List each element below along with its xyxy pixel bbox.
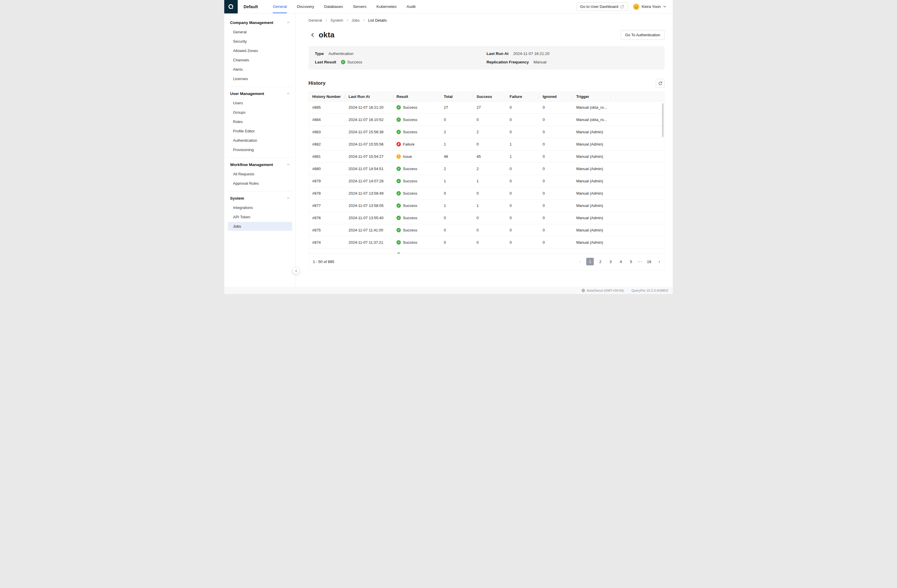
table-row[interactable]: #8742024-11-07 11:37:21✓Success0000Manua… <box>309 237 664 249</box>
breadcrumb-item-jobs[interactable]: Jobs <box>352 18 360 23</box>
column-header-total: Total <box>440 92 473 101</box>
sidebar-item-api-token[interactable]: API Token <box>228 212 292 221</box>
trigger-cell: Manual (Admin) <box>573 237 611 249</box>
sidebar-item-users[interactable]: Users <box>228 98 292 108</box>
sidebar-item-roles[interactable]: Roles <box>228 117 292 126</box>
info-field-label: Replication Frequency <box>487 60 529 64</box>
tab-servers[interactable]: Servers <box>353 0 367 13</box>
tab-kubernetes[interactable]: Kubernetes <box>377 0 397 13</box>
table-row[interactable]: #8732024-11-07 11:15:10✓Success0000Manua… <box>309 249 664 254</box>
table-row[interactable]: #8792024-11-07 14:07:28✓Success1100Manua… <box>309 175 664 187</box>
sidebar-item-licenses[interactable]: Licenses <box>228 74 292 83</box>
app-version: QueryPie 10.2.0-5098f1f <box>632 289 668 292</box>
sidebar-section-header-workflow-management[interactable]: Workflow Management <box>228 160 292 169</box>
sidebar-section-header-system[interactable]: System <box>228 194 292 203</box>
sidebar-item-provisioning[interactable]: Provisioning <box>228 145 292 154</box>
result-value: ✓Success <box>396 118 437 122</box>
page-button-3[interactable]: 3 <box>607 258 614 265</box>
info-field-last-run-at: Last Run At2024-11-07 16:21:20 <box>487 52 658 56</box>
column-header-ignored: Ignored <box>539 92 573 101</box>
info-field-last-result: Last Result✓Success <box>315 60 487 64</box>
page-button-1[interactable]: 1 <box>586 258 594 265</box>
table-row[interactable]: #8822024-11-07 15:55:56✗Failure1010Manua… <box>309 138 664 151</box>
history-number-cell: #878 <box>309 187 345 200</box>
table-row[interactable]: #8842024-11-07 16:10:52✓Success0000Manua… <box>309 114 664 126</box>
ignored-cell: 0 <box>539 237 573 249</box>
failure-cell: 1 <box>506 138 539 151</box>
page-button-5[interactable]: 5 <box>627 258 635 265</box>
result-value: ✓Success <box>396 179 437 183</box>
prev-page-button[interactable]: ‹ <box>576 258 583 265</box>
pagination-pages: ‹12345•••18› <box>576 258 663 265</box>
chevron-up-icon <box>287 162 290 167</box>
sidebar-item-authentication[interactable]: Authentication <box>228 136 292 145</box>
last-run-at-cell: 2024-11-07 11:15:10 <box>345 249 393 254</box>
title-row: okta Go To Authentication <box>308 30 664 40</box>
tab-discovery[interactable]: Discovery <box>297 0 314 13</box>
sidebar-item-approval-rules[interactable]: Approval Rules <box>228 179 292 188</box>
result-cell: ✓Success <box>393 163 440 175</box>
table-row[interactable]: #8812024-11-07 15:54:27!Issue464510Manua… <box>309 151 664 163</box>
next-page-button[interactable]: › <box>655 258 663 265</box>
result-cell: ✓Success <box>393 237 440 249</box>
user-menu[interactable]: Keira Yoon <box>633 3 666 10</box>
main-layout: Company ManagementGeneralSecurityAllowed… <box>224 14 673 287</box>
failure-cell: 0 <box>506 249 539 254</box>
sidebar-section-header-company-management[interactable]: Company Management <box>228 18 292 27</box>
ignored-cell: 0 <box>539 114 573 126</box>
table-scrollbar[interactable] <box>662 103 664 137</box>
sidebar-item-jobs[interactable]: Jobs <box>228 222 292 231</box>
status-issue-icon: ! <box>396 154 401 159</box>
total-cell: 27 <box>440 101 473 114</box>
sidebar-item-channels[interactable]: Channels <box>228 55 292 64</box>
sidebar-collapse-button[interactable] <box>292 267 300 275</box>
result-value: ✓Success <box>396 240 437 244</box>
sidebar-item-alerts[interactable]: Alerts <box>228 65 292 74</box>
tab-databases[interactable]: Databases <box>324 0 343 13</box>
breadcrumb-item-system[interactable]: System <box>331 18 343 23</box>
querypie-logo[interactable] <box>224 0 238 14</box>
tab-audit[interactable]: Audit <box>407 0 416 13</box>
column-header-success: Success <box>473 92 506 101</box>
page-button-2[interactable]: 2 <box>597 258 604 265</box>
history-number-cell: #881 <box>309 151 345 163</box>
go-to-authentication-button[interactable]: Go To Authentication <box>621 30 664 40</box>
breadcrumb-item-general[interactable]: General <box>308 18 322 23</box>
history-number-cell: #877 <box>309 200 345 212</box>
page-button-18[interactable]: 18 <box>645 258 653 265</box>
table-row[interactable]: #8852024-11-07 16:21:20✓Success272700Man… <box>309 101 664 114</box>
sidebar-item-all-requests[interactable]: All Requests <box>228 170 292 179</box>
back-button[interactable] <box>308 31 317 39</box>
result-value: ✓Success <box>396 166 437 171</box>
failure-cell: 0 <box>506 101 539 114</box>
user-dashboard-button[interactable]: Go to User Dashboard <box>577 2 628 11</box>
sidebar-item-integrations[interactable]: Integrations <box>228 203 292 212</box>
trigger-cell: Manual (Admin) <box>573 249 611 254</box>
sidebar-section-header-user-management[interactable]: User Management <box>228 89 292 98</box>
table-row[interactable]: #8782024-11-07 13:58:49✓Success0000Manua… <box>309 187 664 200</box>
empty-cell <box>611 175 664 187</box>
column-header-result: Result <box>393 92 440 101</box>
sidebar-item-allowed-zones[interactable]: Allowed Zones <box>228 46 292 55</box>
history-title: History <box>308 80 326 86</box>
sidebar-item-groups[interactable]: Groups <box>228 108 292 117</box>
table-row[interactable]: #8752024-11-07 11:41:00✓Success0000Manua… <box>309 224 664 237</box>
sidebar-item-security[interactable]: Security <box>228 37 292 46</box>
table-row[interactable]: #8762024-11-07 13:55:40✓Success0000Manua… <box>309 212 664 224</box>
table-row[interactable]: #8802024-11-07 14:54:51✓Success2200Manua… <box>309 163 664 175</box>
page-button-4[interactable]: 4 <box>617 258 625 265</box>
total-cell: 0 <box>440 212 473 224</box>
sidebar-item-general[interactable]: General <box>228 27 292 37</box>
empty-cell <box>611 151 664 163</box>
globe-icon <box>582 289 585 292</box>
refresh-button[interactable] <box>656 79 664 88</box>
pagination-ellipsis[interactable]: ••• <box>637 260 643 263</box>
table-row[interactable]: #8772024-11-07 13:58:05✓Success1100Manua… <box>309 200 664 212</box>
sidebar-item-profile-editor[interactable]: Profile Editor <box>228 127 292 136</box>
success-cell: 0 <box>473 237 506 249</box>
failure-cell: 0 <box>506 224 539 237</box>
table-row[interactable]: #8832024-11-07 15:56:38✓Success2200Manua… <box>309 126 664 138</box>
tab-general[interactable]: General <box>273 0 287 13</box>
failure-cell: 0 <box>506 114 539 126</box>
column-header-failure: Failure <box>506 92 539 101</box>
